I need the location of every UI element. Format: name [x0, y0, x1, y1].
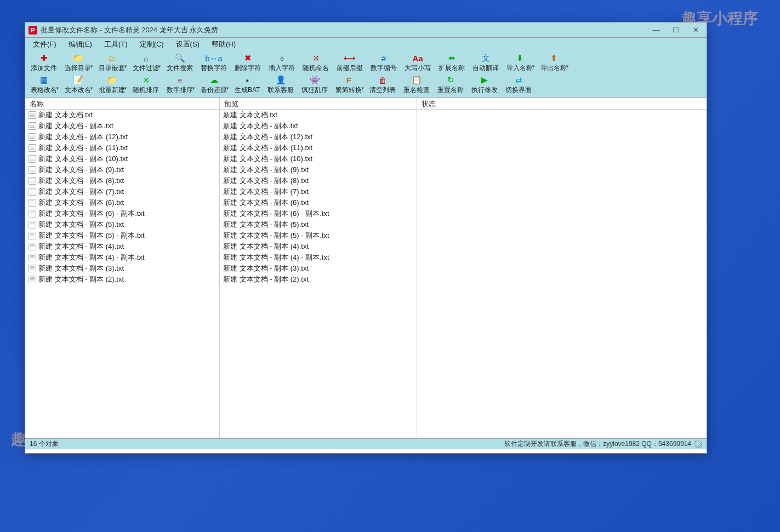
case-button[interactable]: Aa大写小写 [401, 52, 434, 74]
clear-list-button[interactable]: 🗑清空列表 [366, 74, 399, 96]
file-row[interactable]: 新建 文本文档 - 副本 (3).txt [25, 263, 219, 274]
preview-column: 预览 新建 文本文档.txt新建 文本文档 - 副本.txt新建 文本文档 - … [220, 98, 417, 438]
backup-restore-button[interactable]: ☁备份还原▼ [197, 74, 230, 96]
replace-icon: b↔a [209, 53, 219, 63]
menu-file[interactable]: 文件(F) [27, 38, 62, 50]
file-row[interactable]: 新建 文本文档 - 副本 (9).txt [220, 164, 417, 175]
file-row[interactable]: 新建 文本文档 - 副本 (8).txt [25, 175, 219, 186]
menu-edit[interactable]: 编辑(E) [63, 38, 98, 50]
file-row[interactable]: 新建 文本文档 - 副本 (5).txt [220, 219, 417, 230]
number-seq-button[interactable]: #数字编号 [367, 52, 400, 74]
random-name-button[interactable]: ⤭随机命名 [299, 52, 332, 74]
file-row[interactable]: 新建 文本文档 - 副本 (4).txt [25, 241, 219, 252]
file-preview: 新建 文本文档 - 副本 (7).txt [223, 187, 309, 197]
file-row[interactable]: 新建 文本文档 - 副本 (3).txt [220, 263, 417, 274]
file-row[interactable]: 新建 文本文档 - 副本 (2).txt [220, 274, 417, 285]
menu-help[interactable]: 帮助(H) [206, 38, 241, 50]
file-row[interactable]: 新建 文本文档 - 副本 (4) - 副本.txt [25, 252, 219, 263]
chevron-down-icon: ▼ [89, 86, 94, 91]
file-row[interactable]: 新建 文本文档 - 副本 (4).txt [220, 241, 417, 252]
minimize-button[interactable]: — [648, 25, 664, 36]
delete-char-button[interactable]: ✖删除字符 [231, 52, 264, 74]
file-name: 新建 文本文档 - 副本 (11).txt [38, 143, 128, 153]
trad-simp-button[interactable]: F繁简转换▼ [332, 74, 365, 96]
file-row[interactable]: 新建 文本文档 - 副本 (6).txt [220, 197, 417, 208]
dup-check-button[interactable]: 📋重名检查 [400, 74, 433, 96]
number-sort-button[interactable]: ≡数字排序▼ [163, 74, 196, 96]
dir-nest-button[interactable]: 🗂目录嵌套▼ [95, 52, 128, 74]
menu-custom[interactable]: 定制(C) [134, 38, 169, 50]
resize-grip[interactable] [694, 441, 702, 448]
file-preview: 新建 文本文档 - 副本 (3).txt [223, 264, 309, 273]
contact-button[interactable]: 👤联系客服 [264, 74, 297, 96]
file-row[interactable]: 新建 文本文档.txt [25, 110, 219, 121]
bracket-icon: ⟷ [345, 53, 355, 63]
switch-ui-button[interactable]: ⇄切换界面 [502, 74, 535, 96]
preview-header[interactable]: 预览 [220, 98, 417, 110]
file-row[interactable]: 新建 文本文档 - 副本 (12).txt [220, 131, 417, 142]
menu-settings[interactable]: 设置(S) [170, 38, 205, 50]
file-preview: 新建 文本文档 - 副本 (5) - 副本.txt [223, 231, 329, 241]
file-name: 新建 文本文档 - 副本 (6).txt [38, 198, 124, 208]
file-row[interactable]: 新建 文本文档 - 副本 (7).txt [25, 186, 219, 197]
file-icon [29, 133, 36, 141]
toolbar: ✚添加文件 📁选择目录▼ 🗂目录嵌套▼ ⌕文件过滤▼ 🔍文件搜索 b↔a替换字符… [25, 51, 707, 98]
file-row[interactable]: 新建 文本文档 - 副本 (5) - 副本.txt [220, 230, 417, 241]
maximize-button[interactable]: ☐ [668, 25, 684, 36]
file-row[interactable]: 新建 文本文档 - 副本 (8).txt [220, 175, 417, 186]
ext-name-button[interactable]: ⬌扩展名称 [435, 52, 468, 74]
select-dir-button[interactable]: 📁选择目录▼ [61, 52, 94, 74]
table-rename-button[interactable]: ▦表格改名▼ [27, 74, 60, 96]
prefix-suffix-button[interactable]: ⟷前缀后缀 [333, 52, 366, 74]
file-row[interactable]: 新建 文本文档 - 副本 (6) - 副本.txt [220, 208, 417, 219]
file-row[interactable]: 新建 文本文档 - 副本 (6) - 副本.txt [25, 208, 219, 219]
file-row[interactable]: 新建 文本文档 - 副本 (11).txt [25, 142, 219, 153]
name-header[interactable]: 名称 [25, 98, 219, 110]
gen-bat-button[interactable]: ▪生成BAT [231, 74, 263, 96]
name-column: 名称 新建 文本文档.txt新建 文本文档 - 副本.txt新建 文本文档 - … [25, 98, 220, 438]
file-row[interactable]: 新建 文本文档 - 副本 (4) - 副本.txt [220, 252, 417, 263]
text-rename-button[interactable]: 📝文本改名▼ [61, 74, 94, 96]
file-icon [29, 221, 36, 228]
menu-tool[interactable]: 工具(T) [99, 38, 133, 50]
file-filter-button[interactable]: ⌕文件过滤▼ [129, 52, 162, 74]
support-icon: 👤 [276, 75, 286, 85]
export-name-button[interactable]: ⬆导出名称▼ [537, 52, 570, 74]
execute-button[interactable]: ▶执行修改 [468, 74, 501, 96]
file-icon [29, 232, 36, 239]
file-icon [29, 177, 36, 185]
reset-name-button[interactable]: ↻重置名称 [434, 74, 467, 96]
file-search-button[interactable]: 🔍文件搜索 [163, 52, 196, 74]
random-sort-button[interactable]: ⤨随机排序 [129, 74, 162, 96]
file-preview: 新建 文本文档 - 副本 (11).txt [223, 143, 312, 153]
titlebar[interactable]: P 批量修改文件名称 - 文件名精灵 2024 龙年大吉 永久免费 — ☐ ✕ [25, 22, 707, 38]
status-header[interactable]: 状态 [417, 98, 707, 110]
import-icon: ⬇ [515, 53, 525, 63]
filter-icon: ⌕ [141, 53, 151, 63]
file-row[interactable]: 新建 文本文档 - 副本 (10).txt [220, 153, 417, 164]
file-row[interactable]: 新建 文本文档 - 副本 (5).txt [25, 219, 219, 230]
translate-icon: 文 [481, 53, 491, 63]
file-row[interactable]: 新建 文本文档 - 副本 (9).txt [25, 164, 219, 175]
replace-char-button[interactable]: b↔a替换字符 [197, 52, 230, 74]
file-row[interactable]: 新建 文本文档 - 副本 (6).txt [25, 197, 219, 208]
add-file-button[interactable]: ✚添加文件 [27, 52, 60, 74]
file-row[interactable]: 新建 文本文档 - 副本 (7).txt [220, 186, 417, 197]
file-row[interactable]: 新建 文本文档 - 副本.txt [220, 121, 417, 131]
file-row[interactable]: 新建 文本文档.txt [220, 110, 417, 121]
search-icon: 🔍 [175, 53, 185, 63]
file-preview: 新建 文本文档 - 副本 (10).txt [223, 154, 312, 164]
file-row[interactable]: 新建 文本文档 - 副本 (12).txt [25, 131, 219, 142]
file-row[interactable]: 新建 文本文档 - 副本 (2).txt [25, 274, 219, 285]
file-row[interactable]: 新建 文本文档 - 副本 (11).txt [220, 142, 417, 153]
file-row[interactable]: 新建 文本文档 - 副本 (10).txt [25, 153, 219, 164]
batch-new-button[interactable]: 📁批量新建▼ [95, 74, 128, 96]
close-button[interactable]: ✕ [688, 25, 703, 36]
file-row[interactable]: 新建 文本文档 - 副本 (5) - 副本.txt [25, 230, 219, 241]
crazy-shuffle-button[interactable]: 👾疯狂乱序 [298, 74, 331, 96]
auto-translate-button[interactable]: 文自动翻译 [469, 52, 502, 74]
file-row[interactable]: 新建 文本文档 - 副本.txt [25, 121, 219, 131]
app-window: P 批量修改文件名称 - 文件名精灵 2024 龙年大吉 永久免费 — ☐ ✕ … [25, 22, 707, 454]
import-name-button[interactable]: ⬇导入名称▼ [503, 52, 536, 74]
insert-char-button[interactable]: ⎀插入字符 [265, 52, 298, 74]
